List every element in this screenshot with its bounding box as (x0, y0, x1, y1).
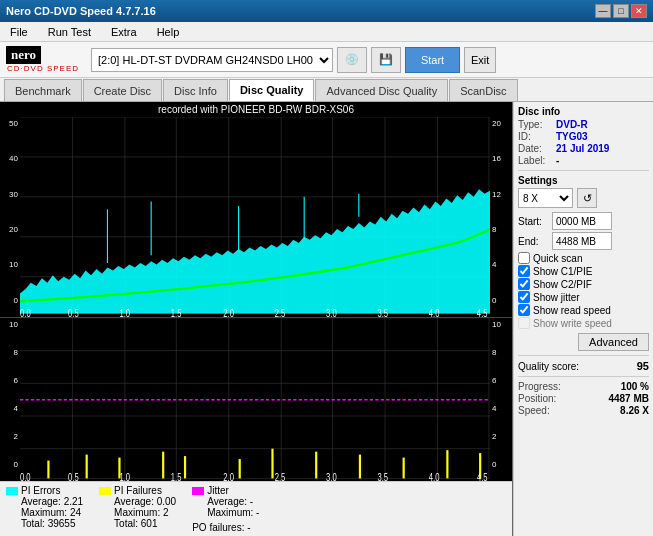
quick-scan-label: Quick scan (533, 253, 582, 264)
start-mb-input[interactable] (552, 212, 612, 230)
pi-failures-maximum: Maximum: 2 (114, 507, 176, 518)
upper-chart: 0.0 0.5 1.0 1.5 2.0 2.5 3.0 3.5 4.0 4.5 (20, 117, 490, 317)
speed-label: Speed: (518, 405, 550, 416)
show-write-speed-row: Show write speed (518, 317, 649, 329)
y-upper-right-8: 8 (490, 225, 512, 234)
quality-score-row: Quality score: 95 (518, 360, 649, 372)
start-button[interactable]: Start (405, 47, 460, 73)
show-read-speed-checkbox[interactable] (518, 304, 530, 316)
y-lower-right-0: 0 (490, 460, 512, 469)
speed-select[interactable]: 8 X (518, 188, 573, 208)
disc-type-value: DVD-R (556, 119, 588, 130)
jitter-color (192, 487, 204, 495)
disc-id-row: ID: TYG03 (518, 131, 649, 142)
show-jitter-checkbox[interactable] (518, 291, 530, 303)
show-read-speed-row: Show read speed (518, 304, 649, 316)
y-upper-right-16: 16 (490, 154, 512, 163)
main-content: recorded with PIONEER BD-RW BDR-XS06 50 … (0, 102, 653, 536)
show-read-speed-label: Show read speed (533, 305, 611, 316)
tab-scan-disc[interactable]: ScanDisc (449, 79, 517, 101)
position-row: Position: 4487 MB (518, 393, 649, 404)
svg-rect-47 (47, 460, 49, 478)
quick-scan-checkbox[interactable] (518, 252, 530, 264)
show-jitter-row: Show jitter (518, 291, 649, 303)
window-controls: — □ ✕ (595, 4, 647, 18)
tab-benchmark[interactable]: Benchmark (4, 79, 82, 101)
speed-setting-row: 8 X ↺ (518, 188, 649, 208)
svg-rect-54 (315, 451, 317, 478)
show-c1-pie-row: Show C1/PIE (518, 265, 649, 277)
svg-rect-52 (239, 459, 241, 478)
svg-text:3.5: 3.5 (377, 307, 388, 316)
disc-icon: 💿 (345, 53, 359, 66)
speed-row: Speed: 8.26 X (518, 405, 649, 416)
disc-date-row: Date: 21 Jul 2019 (518, 143, 649, 154)
tab-create-disc[interactable]: Create Disc (83, 79, 162, 101)
end-mb-input[interactable] (552, 232, 612, 250)
y-lower-left-4: 4 (0, 404, 20, 413)
svg-text:4.0: 4.0 (429, 307, 440, 316)
exit-button[interactable]: Exit (464, 47, 496, 73)
menu-bar: File Run Test Extra Help (0, 22, 653, 42)
svg-text:2.5: 2.5 (275, 307, 286, 316)
progress-value: 100 % (621, 381, 649, 392)
svg-text:3.0: 3.0 (326, 307, 337, 316)
y-lower-right-6: 6 (490, 376, 512, 385)
drive-selector[interactable]: [2:0] HL-DT-ST DVDRAM GH24NSD0 LH00 (91, 48, 333, 72)
tab-disc-info[interactable]: Disc Info (163, 79, 228, 101)
y-upper-left-40: 40 (0, 154, 20, 163)
nero-logo-sub: CD·DVD SPEED (7, 64, 79, 73)
tab-disc-quality[interactable]: Disc Quality (229, 79, 315, 101)
show-c1-pie-checkbox[interactable] (518, 265, 530, 277)
quick-scan-row: Quick scan (518, 252, 649, 264)
y-lower-right-8: 8 (490, 348, 512, 357)
legend-pi-failures: PI Failures Average: 0.00 Maximum: 2 Tot… (99, 485, 176, 533)
position-label: Position: (518, 393, 556, 404)
menu-file[interactable]: File (4, 24, 34, 40)
progress-label: Progress: (518, 381, 561, 392)
pi-failures-average: Average: 0.00 (114, 496, 176, 507)
maximize-button[interactable]: □ (613, 4, 629, 18)
svg-text:4.5: 4.5 (477, 472, 488, 481)
close-button[interactable]: ✕ (631, 4, 647, 18)
jitter-average: Average: - (207, 496, 259, 507)
disc-label-label: Label: (518, 155, 556, 166)
show-c2-pif-label: Show C2/PIF (533, 279, 592, 290)
refresh-button[interactable]: ↺ (577, 188, 597, 208)
svg-text:0.0: 0.0 (20, 472, 31, 481)
save-icon: 💾 (379, 53, 393, 66)
y-lower-left-6: 6 (0, 376, 20, 385)
show-c2-pif-checkbox[interactable] (518, 278, 530, 290)
toolbar: nero CD·DVD SPEED [2:0] HL-DT-ST DVDRAM … (0, 42, 653, 78)
svg-text:0.5: 0.5 (68, 307, 79, 316)
y-lower-right-2: 2 (490, 432, 512, 441)
tab-advanced-disc-quality[interactable]: Advanced Disc Quality (315, 79, 448, 101)
disc-type-row: Type: DVD-R (518, 119, 649, 130)
save-button[interactable]: 💾 (371, 47, 401, 73)
minimize-button[interactable]: — (595, 4, 611, 18)
y-upper-right-0: 0 (490, 296, 512, 305)
disc-id-value: TYG03 (556, 131, 588, 142)
app-title: Nero CD-DVD Speed 4.7.7.16 (6, 5, 156, 17)
menu-extra[interactable]: Extra (105, 24, 143, 40)
advanced-button[interactable]: Advanced (578, 333, 649, 351)
quality-score-label: Quality score: (518, 361, 579, 372)
y-upper-right-20: 20 (490, 119, 512, 128)
menu-help[interactable]: Help (151, 24, 186, 40)
svg-rect-53 (271, 448, 273, 478)
show-write-speed-label: Show write speed (533, 318, 612, 329)
disc-icon-button[interactable]: 💿 (337, 47, 367, 73)
y-upper-left-10: 10 (0, 260, 20, 269)
pi-errors-average: Average: 2.21 (21, 496, 83, 507)
menu-run-test[interactable]: Run Test (42, 24, 97, 40)
divider-1 (518, 170, 649, 171)
svg-text:0.5: 0.5 (68, 472, 79, 481)
disc-info-title: Disc info (518, 106, 649, 117)
show-write-speed-checkbox (518, 317, 530, 329)
y-upper-right-12: 12 (490, 190, 512, 199)
title-bar: Nero CD-DVD Speed 4.7.7.16 — □ ✕ (0, 0, 653, 22)
end-mb-label: End: (518, 236, 548, 247)
disc-id-label: ID: (518, 131, 556, 142)
svg-text:2.5: 2.5 (275, 472, 286, 481)
right-panel: Disc info Type: DVD-R ID: TYG03 Date: 21… (513, 102, 653, 536)
